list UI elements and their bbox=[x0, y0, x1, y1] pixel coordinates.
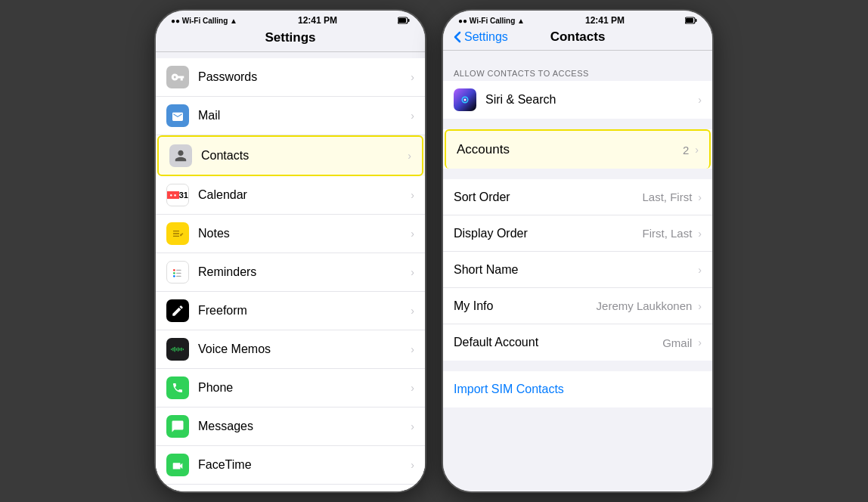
siri-icon bbox=[454, 88, 476, 111]
row-messages[interactable]: Messages › bbox=[156, 407, 425, 446]
accounts-label: Accounts bbox=[457, 142, 683, 157]
svg-point-3 bbox=[173, 269, 175, 271]
facetime-icon bbox=[166, 454, 189, 476]
row-passwords[interactable]: Passwords › bbox=[156, 58, 425, 97]
svg-rect-2 bbox=[408, 19, 410, 22]
battery-icon bbox=[398, 16, 410, 25]
row-calendar[interactable]: ● ● 31 Calendar › bbox=[156, 176, 425, 215]
row-reminders[interactable]: Reminders › bbox=[156, 253, 425, 292]
freeform-chevron: › bbox=[411, 305, 414, 317]
waveform-icon bbox=[171, 344, 184, 355]
reminders-list-icon bbox=[172, 266, 184, 278]
row-facetime[interactable]: FaceTime › bbox=[156, 446, 425, 485]
mail-envelope-icon bbox=[171, 110, 184, 121]
key-icon bbox=[171, 70, 184, 84]
row-sortorder[interactable]: Sort Order Last, First › bbox=[443, 179, 712, 215]
allow-contacts-header: ALLOW CONTACTS TO ACCESS bbox=[443, 64, 712, 81]
svg-rect-7 bbox=[176, 273, 181, 274]
reminders-chevron: › bbox=[411, 266, 414, 278]
shortname-chevron: › bbox=[698, 264, 702, 276]
status-signal-left: ●● Wi-Fi Calling ▲ bbox=[171, 17, 237, 25]
row-mail[interactable]: Mail › bbox=[156, 97, 425, 135]
row-voicememos[interactable]: Voice Memos › bbox=[156, 330, 425, 369]
phone-handset-icon bbox=[172, 382, 184, 394]
sortorder-chevron: › bbox=[698, 191, 702, 203]
calendar-icon: ● ● 31 bbox=[166, 184, 189, 206]
status-signal-right: ●● Wi-Fi Calling ▲ bbox=[458, 17, 525, 25]
contacts-label: Contacts bbox=[201, 149, 405, 163]
calendar-label: Calendar bbox=[198, 188, 408, 202]
settings-list: Passwords › Mail › Contacts bbox=[156, 52, 425, 491]
notes-label: Notes bbox=[198, 227, 408, 240]
svg-rect-9 bbox=[171, 349, 172, 350]
svg-rect-12 bbox=[176, 348, 177, 350]
details-spacer bbox=[443, 169, 712, 179]
freeform-icon bbox=[166, 299, 189, 322]
mail-icon bbox=[166, 104, 189, 127]
sortorder-value: Last, First bbox=[642, 191, 692, 203]
messages-chevron: › bbox=[411, 420, 414, 432]
section-spacer bbox=[156, 52, 425, 58]
phone-label: Phone bbox=[198, 381, 408, 395]
mail-label: Mail bbox=[198, 109, 408, 122]
accounts-section: Accounts 2 › bbox=[443, 129, 712, 169]
row-phone[interactable]: Phone › bbox=[156, 369, 425, 407]
nav-bar-settings: Settings bbox=[156, 27, 425, 52]
status-bar-right: ●● Wi-Fi Calling ▲ 12:41 PM bbox=[443, 11, 712, 27]
notes-chevron: › bbox=[411, 228, 414, 240]
back-button[interactable]: Settings bbox=[454, 30, 508, 44]
passwords-label: Passwords bbox=[198, 70, 408, 84]
svg-point-4 bbox=[173, 272, 175, 274]
phone-contacts: ●● Wi-Fi Calling ▲ 12:41 PM Settings Con… bbox=[442, 9, 714, 493]
messages-icon bbox=[166, 415, 189, 438]
settings-title: Settings bbox=[265, 30, 315, 45]
myinfo-label: My Info bbox=[454, 299, 597, 313]
reminders-label: Reminders bbox=[198, 265, 408, 279]
svg-rect-11 bbox=[175, 347, 175, 352]
status-icons-left bbox=[398, 16, 410, 25]
messages-label: Messages bbox=[198, 420, 408, 433]
row-myinfo[interactable]: My Info Jeremy Laukkonen › bbox=[443, 288, 712, 324]
svg-rect-6 bbox=[176, 270, 181, 271]
calendar-chevron: › bbox=[411, 189, 414, 201]
svg-point-5 bbox=[173, 275, 175, 277]
accounts-chevron: › bbox=[695, 144, 699, 156]
row-contacts[interactable]: Contacts › bbox=[157, 135, 423, 176]
contacts-page-title: Contacts bbox=[550, 29, 606, 45]
person-icon bbox=[174, 149, 188, 163]
passwords-icon bbox=[166, 66, 189, 88]
row-safari[interactable]: Safari › bbox=[156, 485, 425, 491]
svg-rect-16 bbox=[183, 349, 184, 350]
row-defaultaccount[interactable]: Default Account Gmail › bbox=[443, 324, 712, 361]
row-siri[interactable]: Siri & Search › bbox=[443, 81, 712, 119]
facetime-label: FaceTime bbox=[198, 458, 408, 472]
siri-search-label: Siri & Search bbox=[485, 93, 695, 107]
row-importsim[interactable]: Import SIM Contacts bbox=[443, 371, 712, 407]
svg-point-25 bbox=[464, 99, 467, 101]
displayorder-value: First, Last bbox=[642, 227, 692, 240]
messages-bubble-icon bbox=[171, 420, 184, 433]
row-freeform[interactable]: Freeform › bbox=[156, 292, 425, 330]
row-shortname[interactable]: Short Name › bbox=[443, 252, 712, 288]
contacts-chevron: › bbox=[408, 150, 411, 162]
myinfo-chevron: › bbox=[698, 300, 702, 312]
voicememos-label: Voice Memos bbox=[198, 342, 408, 356]
row-displayorder[interactable]: Display Order First, Last › bbox=[443, 215, 712, 252]
row-notes[interactable]: Notes › bbox=[156, 215, 425, 253]
video-camera-icon bbox=[171, 460, 184, 470]
row-accounts[interactable]: Accounts 2 › bbox=[445, 129, 711, 169]
notes-icon bbox=[166, 222, 189, 245]
top-spacer bbox=[443, 51, 712, 64]
phone-icon bbox=[166, 376, 189, 399]
svg-rect-14 bbox=[179, 348, 180, 350]
facetime-chevron: › bbox=[411, 459, 414, 471]
svg-rect-10 bbox=[172, 348, 173, 352]
accounts-spacer bbox=[443, 119, 712, 129]
svg-rect-13 bbox=[178, 347, 178, 352]
status-battery-right bbox=[685, 16, 697, 25]
mail-chevron: › bbox=[411, 110, 414, 122]
reminders-icon bbox=[166, 261, 189, 284]
defaultaccount-label: Default Account bbox=[454, 336, 662, 349]
contacts-nav-bar: Settings Contacts bbox=[443, 27, 712, 51]
passwords-chevron: › bbox=[411, 71, 414, 83]
